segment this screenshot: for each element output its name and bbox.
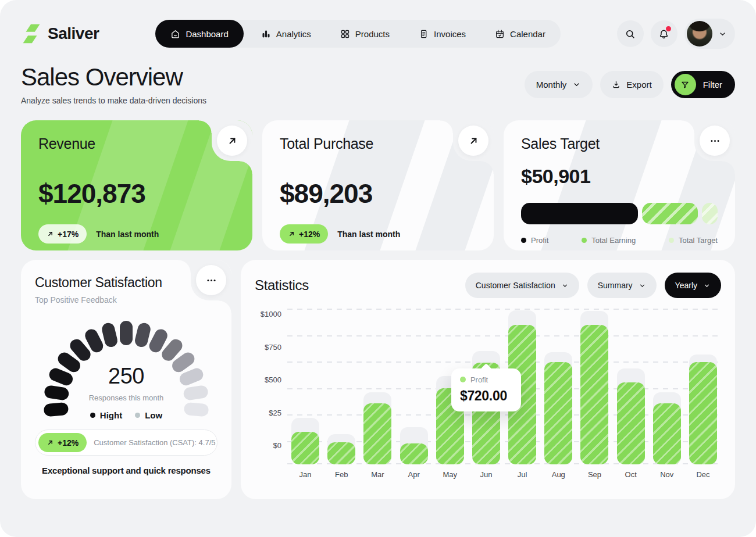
nav-item-analytics[interactable]: Analytics: [249, 20, 323, 48]
notifications-button[interactable]: [651, 20, 677, 47]
y-axis-label: $25: [269, 408, 281, 417]
tooltip-value: $720.00: [460, 388, 512, 404]
nav-item-calendar[interactable]: Calendar: [483, 20, 557, 48]
legend-dot: [90, 413, 95, 418]
topbar: Saliver Dashboard Analytics Products: [21, 20, 735, 48]
filter-customer-satisfaction[interactable]: Customer Satisfaction: [465, 273, 579, 298]
y-axis-label: $500: [265, 375, 281, 384]
chart-bar-aug[interactable]: [544, 362, 572, 465]
nav-item-invoices[interactable]: Invoices: [407, 20, 477, 48]
y-axis-label: $750: [265, 342, 281, 351]
legend-item: Profit: [521, 236, 548, 245]
legend-item: Hight: [90, 410, 122, 420]
chevron-down-icon: [572, 80, 581, 89]
brand: Saliver: [21, 23, 99, 45]
y-axis-label: $1000: [261, 310, 281, 318]
x-axis-label: Jun: [468, 470, 504, 479]
chevron-down-icon: [718, 30, 727, 38]
revenue-note: Than last month: [96, 230, 159, 239]
statistics-header: Statistics Customer SatisfactionSummaryY…: [255, 273, 721, 298]
chart-bar-group: [359, 309, 395, 464]
target-segment-total-target: [702, 203, 718, 224]
brand-name: Saliver: [48, 24, 99, 43]
legend-label: Profit: [531, 236, 548, 245]
statistics-chart: $1000$750$500$25$0 Profit $720.00: [255, 309, 721, 464]
x-axis-label: Nov: [649, 470, 685, 479]
chart-bar-group: [613, 309, 649, 464]
legend-item: Low: [135, 410, 162, 420]
chart-bar-jan[interactable]: [291, 432, 319, 464]
x-axis-label: Jul: [504, 470, 540, 479]
chart-bar-feb[interactable]: [327, 442, 355, 464]
lightning-bolt-icon: [21, 23, 42, 45]
filter-yearly[interactable]: Yearly: [665, 273, 721, 298]
search-icon: [625, 28, 636, 40]
sales-target-bar: [521, 203, 718, 224]
revenue-title: Revenue: [38, 135, 235, 152]
statistics-title: Statistics: [255, 277, 309, 293]
chart-bar-dec[interactable]: [689, 362, 717, 465]
satisfaction-score-caption: Responses this month: [47, 393, 205, 402]
total-purchase-title: Total Purchase: [280, 135, 476, 152]
legend-dot: [582, 238, 587, 243]
statistics-filters: Customer SatisfactionSummaryYearly: [465, 273, 721, 298]
x-axis-label: Mar: [359, 470, 395, 479]
search-button[interactable]: [617, 20, 644, 47]
x-axis-label: Jan: [287, 470, 323, 479]
sales-target-value: $50,901: [521, 165, 718, 188]
chevron-down-icon: [703, 282, 711, 289]
gauge-segment: [184, 402, 209, 417]
sales-target-legend: ProfitTotal EarningTotal Target: [521, 236, 718, 245]
legend-label: Total Earning: [591, 236, 636, 245]
chart-tooltip: Profit $720.00: [451, 368, 521, 411]
chart-plot: Profit $720.00: [287, 309, 721, 464]
arrow-up-right-icon: [227, 135, 238, 146]
nav-item-dashboard[interactable]: Dashboard: [155, 20, 243, 48]
target-segment-profit: [521, 203, 638, 224]
x-axis-label: Dec: [685, 470, 721, 479]
profile-menu[interactable]: [684, 19, 735, 49]
ellipsis-icon: [206, 275, 217, 286]
grid-icon: [340, 29, 350, 39]
invoice-icon: [419, 29, 429, 39]
period-dropdown[interactable]: Monthly: [525, 71, 593, 98]
legend-dot: [521, 238, 526, 243]
chart-bar-nov[interactable]: [653, 403, 681, 464]
chart-bar-apr[interactable]: [400, 443, 428, 465]
chart-bar-sep[interactable]: [580, 325, 608, 464]
statistics-card: Statistics Customer SatisfactionSummaryY…: [241, 260, 735, 499]
arrow-up-right-icon: [468, 135, 479, 146]
export-button[interactable]: Export: [600, 71, 663, 98]
chart-bar-mar[interactable]: [363, 403, 391, 464]
gauge-segment: [120, 321, 133, 345]
total-purchase-delta-badge: +12%: [280, 224, 328, 244]
sales-target-card: Sales Target $50,901 ProfitTotal Earning…: [504, 120, 735, 250]
filter-label: Summary: [598, 281, 633, 290]
bottom-row: Customer Satisfaction Top Positive Feedb…: [21, 260, 735, 499]
revenue-footer: +17% Than last month: [38, 224, 235, 244]
x-axis-label: Oct: [613, 470, 649, 479]
filter-summary[interactable]: Summary: [587, 273, 657, 298]
chart-bar-oct[interactable]: [617, 382, 645, 464]
x-axis-label: Feb: [323, 470, 359, 479]
kpi-cards-row: Revenue $120,873 +17% Than last month: [21, 120, 735, 250]
revenue-value: $120,873: [38, 178, 235, 209]
chart-bar-group: [540, 309, 576, 464]
filter-label: Yearly: [675, 281, 697, 290]
csat-pill: +12% Customer Satisfaction (CSAT): 4.7/5: [35, 429, 217, 456]
arrow-up-right-icon: [47, 230, 54, 238]
arrow-up-right-icon: [288, 230, 295, 238]
revenue-expand-button[interactable]: [217, 126, 247, 156]
legend-dot: [135, 413, 140, 418]
filter-button[interactable]: Filter: [671, 71, 735, 98]
nav-item-products[interactable]: Products: [329, 20, 401, 48]
total-purchase-expand-button[interactable]: [458, 126, 488, 156]
page-subtitle: Analyze sales trends to make data-driven…: [21, 96, 206, 105]
legend-label: Hight: [100, 410, 122, 420]
satisfaction-more-button[interactable]: [196, 265, 226, 295]
chart-x-axis: JanFebMarAprMayJunJulAugSepOctNovDec: [287, 470, 721, 479]
sales-target-more-button[interactable]: [700, 126, 730, 156]
legend-item: Total Target: [669, 236, 718, 245]
satisfaction-footnote: Exceptional support and quick responses: [35, 466, 217, 475]
x-axis-label: Sep: [576, 470, 612, 479]
